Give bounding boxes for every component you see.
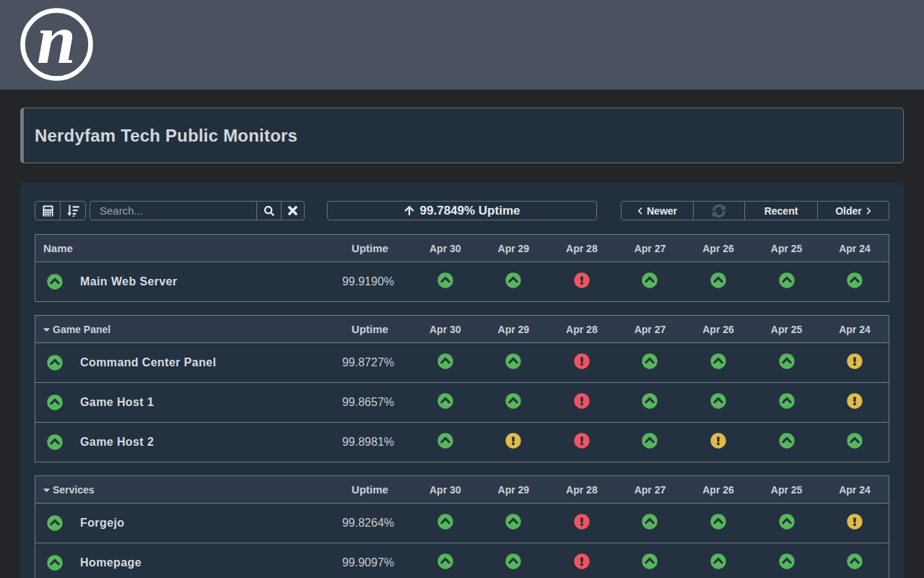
svg-text:n: n [37, 8, 76, 78]
